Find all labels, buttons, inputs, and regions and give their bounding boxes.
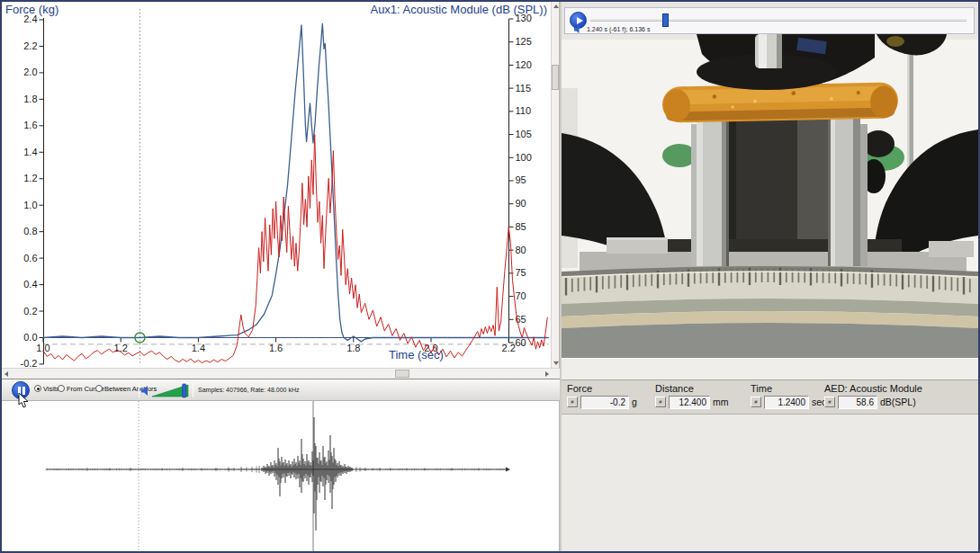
svg-text:125: 125	[516, 36, 532, 47]
readout-value-field[interactable]: 1.2400	[764, 396, 809, 409]
chart-horizontal-scrollbar[interactable]	[2, 368, 560, 379]
readout-options-button[interactable]: #	[751, 397, 761, 407]
svg-text:60: 60	[516, 337, 526, 348]
svg-text:0.4: 0.4	[23, 279, 37, 290]
readouts-strip: Force#-0.2gDistance#12.400mmTime#1.2400s…	[562, 380, 978, 415]
app-window: 2.42.22.01.81.61.41.21.00.80.60.40.20.0-…	[0, 0, 980, 553]
support-post-right	[828, 106, 868, 266]
radio-circle-icon[interactable]	[34, 385, 41, 392]
svg-text:0.6: 0.6	[23, 253, 37, 263]
svg-text:1.6: 1.6	[23, 120, 37, 130]
scroll-right-icon[interactable]	[545, 371, 549, 377]
mouse-cursor-icon	[18, 393, 29, 408]
readout-label: Distance	[655, 383, 694, 394]
ratchet-scale	[562, 266, 978, 358]
readout-options-button[interactable]: #	[655, 397, 666, 407]
svg-text:85: 85	[516, 221, 526, 232]
texture-analyser-video-frame	[562, 34, 978, 358]
radio-circle-icon[interactable]	[95, 385, 103, 392]
svg-text:105: 105	[516, 129, 532, 139]
readout-value-field[interactable]: 58.6	[838, 396, 877, 409]
playback-slider-track[interactable]	[590, 19, 967, 22]
svg-text:70: 70	[516, 290, 526, 301]
svg-text:2.0: 2.0	[23, 67, 37, 77]
svg-text:1.8: 1.8	[346, 343, 360, 353]
svg-text:95: 95	[516, 174, 526, 185]
audio-waveform[interactable]	[2, 401, 560, 551]
svg-text:110: 110	[516, 105, 532, 116]
horizontal-scrollbar-thumb[interactable]	[395, 370, 409, 378]
video-playback-bar: 1.240 s (-61 f); 6.136 s	[564, 7, 975, 34]
volume-slider[interactable]	[152, 383, 192, 398]
svg-text:0.8: 0.8	[23, 226, 37, 236]
svg-text:1.8: 1.8	[23, 94, 37, 104]
samples-rate-status: Samples: 407966, Rate: 48.000 kHz	[198, 387, 299, 393]
speaker-icon	[141, 386, 151, 397]
vertical-scrollbar-thumb[interactable]	[552, 65, 559, 90]
svg-text:90: 90	[516, 198, 526, 209]
force-acoustic-chart-panel: 2.42.22.01.81.61.41.21.00.80.60.40.20.0-…	[2, 2, 560, 379]
readout-force: Force#-0.2g	[567, 383, 592, 409]
playback-time-status: 1.240 s (-61 f); 6.136 s	[587, 26, 650, 32]
svg-text:0.2: 0.2	[23, 306, 37, 317]
svg-text:1.4: 1.4	[23, 147, 37, 157]
window-content: 2.42.22.01.81.61.41.21.00.80.60.40.20.0-…	[2, 2, 978, 551]
readout-unit: g	[632, 397, 637, 407]
audio-waveform-panel: VisibleFrom CursorBetween Anchors Sample…	[2, 379, 560, 551]
svg-text:0.0: 0.0	[23, 332, 37, 343]
svg-text:1.6: 1.6	[269, 343, 283, 353]
readout-value-field[interactable]: 12.400	[669, 396, 710, 409]
readout-time: Time#1.2400sec	[751, 383, 772, 409]
svg-text:2.2: 2.2	[23, 40, 37, 51]
toolbar-separator	[193, 383, 193, 397]
readout-options-button[interactable]: #	[567, 397, 578, 407]
scroll-up-icon[interactable]	[553, 4, 559, 8]
scroll-down-icon[interactable]	[553, 361, 559, 365]
svg-text:1.2: 1.2	[114, 343, 128, 353]
svg-text:2.2: 2.2	[502, 343, 516, 353]
toolbar-separator	[139, 383, 139, 397]
aux-axis-title: Aux1: Acoustic Module (dB (SPL))	[370, 3, 547, 16]
chart-vertical-scrollbar[interactable]	[551, 2, 559, 368]
time-axis-label: Time (sec)	[389, 348, 444, 361]
readout-value-field[interactable]: -0.2	[580, 396, 629, 409]
svg-text:1.0: 1.0	[23, 200, 37, 210]
video-feed[interactable]	[562, 34, 978, 358]
svg-text:80: 80	[516, 245, 526, 255]
svg-text:1.2: 1.2	[23, 173, 37, 183]
radio-circle-icon[interactable]	[58, 385, 65, 392]
force-axis-title: Force (kg)	[5, 3, 58, 16]
readout-label: Time	[751, 383, 772, 394]
readout-aed-acoustic-module: AED: Acoustic Module#58.6dB(SPL)	[824, 383, 922, 409]
right-panel: 1.240 s (-61 f); 6.136 s	[562, 2, 978, 551]
readout-unit: mm	[713, 397, 729, 407]
readout-label: AED: Acoustic Module	[824, 383, 922, 394]
svg-text:100: 100	[516, 152, 532, 163]
svg-text:115: 115	[516, 83, 532, 94]
readout-label: Force	[567, 383, 592, 394]
scroll-left-icon[interactable]	[4, 371, 8, 377]
support-post-left	[691, 106, 729, 266]
video-lower-strip	[562, 358, 978, 380]
svg-text:75: 75	[516, 267, 526, 278]
play-icon	[577, 17, 583, 24]
svg-text:-0.2: -0.2	[21, 358, 38, 368]
readout-distance: Distance#12.400mm	[655, 383, 694, 409]
readout-unit: dB(SPL)	[880, 397, 916, 407]
empty-area	[562, 415, 978, 551]
chart-plot[interactable]: 2.42.22.01.81.61.41.21.00.80.60.40.20.0-…	[2, 2, 552, 368]
svg-text:1.4: 1.4	[192, 343, 205, 353]
playback-slider-thumb[interactable]	[662, 13, 669, 27]
speaker-icon	[574, 25, 582, 34]
readout-options-button[interactable]: #	[824, 397, 835, 407]
svg-text:120: 120	[516, 59, 532, 70]
audio-toolbar: VisibleFrom CursorBetween Anchors Sample…	[2, 379, 560, 401]
